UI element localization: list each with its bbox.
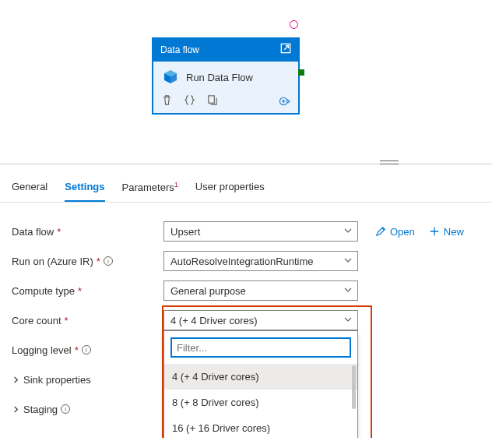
validation-badge: 1 bbox=[174, 181, 178, 189]
dropdown-filter-input[interactable] bbox=[170, 337, 351, 358]
sink-properties-accordion[interactable]: Sink properties bbox=[12, 374, 163, 386]
chevron-right-icon bbox=[12, 376, 20, 384]
dropdown-option[interactable]: 4 (+ 4 Driver cores) bbox=[164, 364, 357, 390]
chevron-down-icon bbox=[343, 315, 353, 326]
panel-resize-handle[interactable] bbox=[380, 161, 399, 164]
tab-settings[interactable]: Settings bbox=[65, 181, 104, 202]
new-button[interactable]: New bbox=[429, 226, 464, 238]
compute-type-label: Compute type bbox=[12, 285, 75, 297]
info-icon[interactable]: i bbox=[82, 345, 91, 355]
dataflow-icon bbox=[161, 68, 180, 86]
activity-node-header: Data flow bbox=[153, 38, 299, 61]
tab-general[interactable]: General bbox=[12, 181, 47, 202]
activity-node[interactable]: Data flow Run Data Flow bbox=[152, 37, 300, 115]
core-count-select[interactable]: 4 (+ 4 Driver cores) bbox=[163, 310, 358, 330]
plus-icon bbox=[429, 226, 440, 237]
annotation-circle bbox=[290, 20, 298, 29]
info-icon[interactable]: i bbox=[104, 256, 113, 266]
open-button[interactable]: Open bbox=[375, 226, 415, 238]
chevron-down-icon bbox=[343, 285, 353, 297]
activity-type-label: Data flow bbox=[160, 44, 199, 55]
run-on-label: Run on (Azure IR) bbox=[12, 256, 93, 267]
delete-icon[interactable] bbox=[161, 94, 173, 108]
activity-name: Run Data Flow bbox=[186, 72, 253, 83]
run-on-select[interactable]: AutoResolveIntegrationRuntime bbox=[163, 251, 358, 271]
svg-rect-1 bbox=[209, 96, 215, 103]
tab-user-properties[interactable]: User properties bbox=[195, 181, 265, 202]
add-output-icon[interactable] bbox=[278, 95, 290, 108]
braces-icon[interactable] bbox=[184, 94, 195, 108]
core-count-label: Core count bbox=[12, 315, 62, 326]
staging-accordion[interactable]: Staging i bbox=[12, 404, 163, 415]
copy-icon[interactable] bbox=[206, 94, 218, 108]
scrollbar[interactable] bbox=[352, 365, 356, 409]
output-port[interactable] bbox=[298, 69, 304, 76]
chevron-right-icon bbox=[12, 405, 20, 414]
settings-form: Data flow * Upsert Open New Run on (Azur… bbox=[0, 203, 492, 438]
logging-level-label: Logging level bbox=[12, 344, 72, 356]
data-flow-label: Data flow bbox=[12, 226, 54, 238]
pencil-icon bbox=[375, 226, 386, 237]
dropdown-option[interactable]: 16 (+ 16 Driver cores) bbox=[164, 415, 357, 438]
dropdown-option[interactable]: 8 (+ 8 Driver cores) bbox=[164, 390, 357, 415]
pipeline-canvas: Data flow Run Data Flow bbox=[0, 0, 492, 164]
settings-tabs: General Settings Parameters1 User proper… bbox=[0, 171, 492, 203]
info-icon[interactable]: i bbox=[61, 404, 70, 414]
chevron-down-icon bbox=[343, 226, 353, 238]
data-flow-select[interactable]: Upsert bbox=[163, 221, 358, 242]
tab-parameters[interactable]: Parameters1 bbox=[122, 181, 178, 202]
open-external-icon[interactable] bbox=[280, 43, 291, 56]
chevron-down-icon bbox=[343, 256, 353, 267]
compute-type-select[interactable]: General purpose bbox=[163, 280, 358, 301]
core-count-dropdown: 4 (+ 4 Driver cores) 8 (+ 8 Driver cores… bbox=[163, 330, 358, 438]
